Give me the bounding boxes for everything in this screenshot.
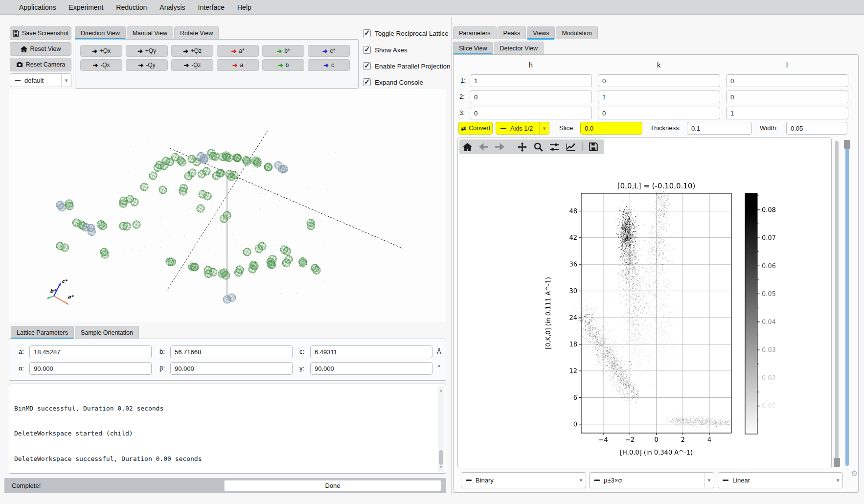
subplots-tool-icon[interactable] [550, 143, 559, 151]
matrix-1k-field[interactable] [598, 74, 720, 87]
dir-minus-qx-button[interactable]: ➜-Qx [80, 59, 122, 71]
tab-manual-view[interactable]: Manual View [127, 26, 173, 39]
tab-lattice-parameters[interactable]: Lattice Parameters [11, 326, 74, 339]
left-range-slider-handle[interactable] [834, 458, 840, 467]
forward-tool-icon[interactable] [495, 143, 504, 151]
dir-c-star-button[interactable]: ➜c* [308, 45, 350, 57]
progress-label: Done [325, 482, 340, 489]
tab-rotate-view[interactable]: Rotate View [174, 26, 219, 39]
console-scrollbar[interactable]: ▲ ▼ [438, 386, 444, 472]
save-screenshot-button[interactable]: Save Screenshot [10, 26, 71, 40]
dir-c-button[interactable]: ➜c [308, 59, 350, 71]
dir-b-button[interactable]: ➜b [262, 59, 304, 71]
dir-b-star-button[interactable]: ➜b* [262, 45, 304, 57]
pan-tool-icon[interactable] [518, 142, 527, 152]
matrix-2h-field[interactable] [470, 91, 592, 103]
dir-label: +Qx [100, 47, 111, 54]
menu-bar: Applications Experiment Reduction Analys… [0, 0, 864, 15]
dir-minus-qy-button[interactable]: ➜-Qy [126, 59, 168, 71]
menu-experiment[interactable]: Experiment [63, 0, 110, 15]
tab-peaks[interactable]: Peaks [498, 26, 526, 39]
arrow-right-icon: ➜ [183, 62, 189, 69]
menu-analysis[interactable]: Analysis [153, 0, 191, 15]
matrix-3l-field[interactable] [726, 107, 848, 119]
menu-interface[interactable]: Interface [192, 0, 231, 15]
matrix-1l-field[interactable] [726, 74, 848, 87]
width-field[interactable] [786, 122, 847, 135]
dir-plus-qz-button[interactable]: ➜+Qz [171, 45, 213, 57]
console-line: DeleteWorkspace started (child) [14, 429, 434, 437]
matrix-2k-field[interactable] [598, 91, 720, 103]
right-range-slider[interactable] [845, 141, 849, 466]
tab-sample-orientation[interactable]: Sample Orientation [75, 326, 139, 339]
a-star-axis-label: a* [68, 294, 74, 299]
right-range-slider-handle[interactable] [844, 140, 850, 149]
customize-plot-tool-icon[interactable] [566, 143, 576, 151]
convert-button[interactable]: ⇄ Convert [458, 122, 493, 135]
home-tool-icon[interactable] [463, 143, 472, 151]
lattice-3d-viewport[interactable]: c*b*a* [9, 89, 446, 322]
left-range-slider[interactable] [835, 141, 839, 466]
c-field[interactable] [310, 345, 432, 358]
console-line: BinMD successful, Duration 0.02 seconds [14, 404, 434, 412]
scroll-down-icon[interactable]: ▼ [438, 463, 444, 471]
dash-icon [594, 480, 600, 481]
gear-icon[interactable]: ⚙ [851, 469, 858, 478]
clim-combobox[interactable]: μ±3×σ ▾ [589, 472, 714, 488]
beta-label: β: [159, 365, 165, 372]
matrix-3h-field[interactable] [470, 107, 592, 119]
dir-plus-qy-button[interactable]: ➜+Qy [126, 45, 168, 57]
checkbox-icon [363, 29, 371, 37]
tab-parameters[interactable]: Parameters [453, 26, 497, 39]
menu-reduction[interactable]: Reduction [110, 0, 153, 15]
arrow-right-icon: ➜ [183, 47, 188, 55]
alpha-field[interactable] [29, 362, 152, 375]
axis-combobox[interactable]: Axis 1/2 ▾ [496, 122, 549, 135]
beta-field[interactable] [170, 362, 293, 375]
arrow-right-icon: ➜ [276, 47, 282, 55]
reset-view-button[interactable]: Reset View [10, 42, 71, 56]
console-log[interactable]: BinMD successful, Duration 0.02 seconds … [9, 384, 446, 474]
preset-combobox[interactable]: default ▾ [10, 73, 71, 87]
clim-value: μ±3×σ [604, 477, 622, 484]
arrow-right-icon: ➜ [323, 62, 329, 69]
tab-modulation[interactable]: Modulation [556, 26, 597, 39]
gamma-field[interactable] [310, 362, 432, 375]
dir-minus-qz-button[interactable]: ➜-Qz [171, 59, 213, 71]
show-axes-checkbox[interactable]: Show Axes [363, 46, 408, 54]
views-subtabbar: Slice View Detector View [453, 42, 544, 54]
matrix-2l-field[interactable] [726, 91, 848, 103]
enable-parallel-projection-checkbox[interactable]: Enable Parallel Projection [363, 62, 451, 70]
slice-plot-canvas[interactable] [541, 169, 822, 462]
tab-views[interactable]: Views [527, 26, 555, 39]
tab-slice-view[interactable]: Slice View [453, 42, 493, 54]
save-plot-tool-icon[interactable] [589, 142, 598, 151]
thickness-label: Thickness: [650, 124, 681, 132]
matrix-1h-field[interactable] [470, 74, 592, 87]
arrow-right-icon: ➜ [92, 47, 97, 55]
reset-camera-button[interactable]: Reset Camera [10, 58, 71, 71]
matrix-3k-field[interactable] [598, 107, 720, 119]
scale-combobox[interactable]: Linear ▾ [718, 472, 843, 488]
floppy-icon [13, 30, 19, 37]
axis-value: Axis 1/2 [510, 125, 533, 132]
normalization-combobox[interactable]: Binary ▾ [461, 472, 586, 488]
b-field[interactable] [170, 345, 293, 358]
dir-a-button[interactable]: ➜a [217, 59, 259, 71]
resize-grip[interactable] [439, 486, 445, 492]
panel-splitter[interactable] [451, 18, 452, 495]
menu-applications[interactable]: Applications [13, 0, 63, 15]
back-tool-icon[interactable] [479, 143, 488, 151]
tab-direction-view[interactable]: Direction View [75, 26, 126, 39]
toggle-reciprocal-lattice-checkbox[interactable]: Toggle Reciprocal Lattice [363, 29, 449, 37]
a-field[interactable] [29, 345, 152, 358]
expand-console-checkbox[interactable]: Expand Console [363, 78, 423, 86]
zoom-tool-icon[interactable] [534, 142, 543, 152]
dir-plus-qx-button[interactable]: ➜+Qx [80, 45, 122, 57]
dir-a-star-button[interactable]: ➜a* [217, 45, 259, 57]
menu-help[interactable]: Help [231, 0, 258, 15]
thickness-field[interactable] [687, 122, 752, 135]
slice-field[interactable] [580, 122, 642, 135]
tab-detector-view[interactable]: Detector View [494, 42, 544, 54]
scroll-up-icon[interactable]: ▲ [438, 386, 444, 394]
